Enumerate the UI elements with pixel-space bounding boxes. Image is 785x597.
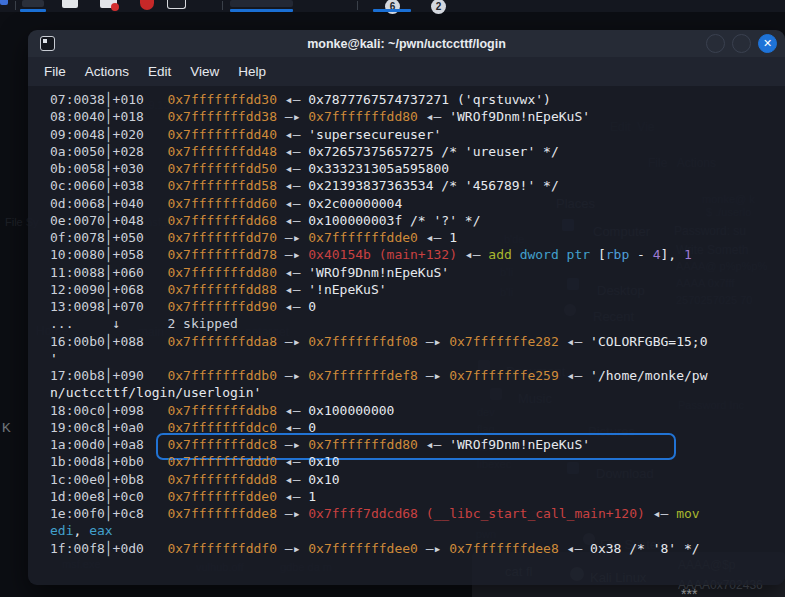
terminal-line-highlighted: 1a:00d0│+0a8 0x7fffffffddc8 —▸ 0x7ffffff…	[50, 436, 785, 453]
terminal-line: '	[50, 350, 785, 367]
terminal-line: 08:0040│+018 0x7fffffffdd38 —▸ 0x7ffffff…	[50, 108, 785, 125]
minimize-button[interactable]	[706, 34, 725, 53]
maximize-button[interactable]	[732, 34, 751, 53]
taskbar-app-icon[interactable]	[22, 0, 44, 7]
background-bleed-text: ***	[681, 586, 697, 597]
notification-badge-dot	[111, 3, 119, 11]
menu-item-edit[interactable]: Edit	[148, 64, 171, 79]
terminal-line: 0c:0060│+038 0x7fffffffdd58 ◂— 0x2139383…	[50, 177, 785, 194]
terminal-line: 0e:0070│+048 0x7fffffffdd68 ◂— 0x1000000…	[50, 212, 785, 229]
terminal-window: monke@kali: ~/pwn/uctccttf/login ✕ FileA…	[28, 30, 785, 585]
menu-item-actions[interactable]: Actions	[85, 64, 129, 79]
terminal-line: ... ↓ 2 skipped	[50, 315, 785, 332]
terminal-line: 1e:00f0│+0c8 0x7fffffffdde8 —▸ 0x7ffff7d…	[50, 505, 785, 522]
active-app-indicator	[230, 9, 293, 12]
terminal-line: 1b:00d8│+0b0 0x7fffffffddd0 ◂— 0x10	[50, 453, 785, 470]
close-button[interactable]: ✕	[758, 34, 777, 53]
terminal-line: 0a:0050│+028 0x7fffffffdd48 ◂— 0x7265737…	[50, 143, 785, 160]
terminal-line: 13:0098│+070 0x7fffffffdd90 ◂— 0	[50, 298, 785, 315]
window-title: monke@kali: ~/pwn/uctccttf/login	[28, 37, 785, 51]
terminal-line: 0f:0078│+050 0x7fffffffdd70 —▸ 0x7ffffff…	[50, 229, 785, 246]
terminal-line: 1c:00e0│+0b8 0x7fffffffddd8 ◂— 0x10	[50, 471, 785, 488]
terminal-line: 0b:0058│+030 0x7fffffffdd50 ◂— 0x3332313…	[50, 160, 785, 177]
terminal-taskbar-icon[interactable]	[167, 0, 186, 9]
taskbar-app-icon[interactable]	[140, 0, 154, 10]
terminal-line: edi, eax	[50, 522, 785, 539]
menu-item-file[interactable]: File	[44, 64, 66, 79]
active-app-indicator	[20, 9, 46, 12]
taskbar-separator	[222, 1, 223, 10]
active-app-indicator	[373, 9, 411, 12]
terminal-line: 09:0048│+020 0x7fffffffdd40 ◂— 'supersec…	[50, 126, 785, 143]
taskbar-separator	[357, 1, 358, 10]
terminal-line: 07:0038│+010 0x7fffffffdd30 ◂— 0x7877767…	[50, 91, 785, 108]
taskbar-separator	[15, 1, 16, 10]
terminal-line: n/uctccttf/login/userlogin'	[50, 384, 785, 401]
terminal-line: 17:00b8│+090 0x7fffffffddb0 —▸ 0x7ffffff…	[50, 367, 785, 384]
terminal-line: 1d:00e8│+0c0 0x7fffffffdde0 ◂— 1	[50, 488, 785, 505]
background-bleed-text: K	[2, 420, 11, 435]
taskbar-app-icon[interactable]	[230, 0, 293, 7]
terminal-line: 1f:00f8│+0d0 0x7fffffffddf0 —▸ 0x7ffffff…	[50, 540, 785, 557]
menu-item-help[interactable]: Help	[238, 64, 266, 79]
terminal-line: 0d:0068│+040 0x7fffffffdd60 ◂— 0x2c00000…	[50, 195, 785, 212]
top-taskbar[interactable]: 6 2	[0, 0, 785, 12]
terminal-line: 11:0088│+060 0x7fffffffdd80 ◂— 'WROf9Dnm…	[50, 264, 785, 281]
menu-bar: FileActionsEditViewHelp	[28, 57, 785, 86]
terminal-line: 18:00c0│+098 0x7fffffffddb8 ◂— 0x1000000…	[50, 402, 785, 419]
terminal-content[interactable]: 07:0038│+010 0x7fffffffdd30 ◂— 0x7877767…	[28, 86, 785, 585]
workspace-badge[interactable]: 2	[431, 0, 446, 14]
titlebar[interactable]: monke@kali: ~/pwn/uctccttf/login ✕	[28, 30, 785, 57]
menu-item-view[interactable]: View	[190, 64, 219, 79]
taskbar-app-icon[interactable]	[0, 0, 8, 5]
terminal-line: 16:00b0│+088 0x7fffffffdda8 —▸ 0x7ffffff…	[50, 333, 785, 350]
taskbar-app-icon[interactable]	[62, 0, 78, 8]
terminal-line: 12:0090│+068 0x7fffffffdd88 ◂— '!nEpeKuS…	[50, 281, 785, 298]
terminal-line: 10:0080│+058 0x7fffffffdd78 —▸ 0x40154b …	[50, 246, 785, 263]
terminal-app-icon	[40, 36, 55, 51]
